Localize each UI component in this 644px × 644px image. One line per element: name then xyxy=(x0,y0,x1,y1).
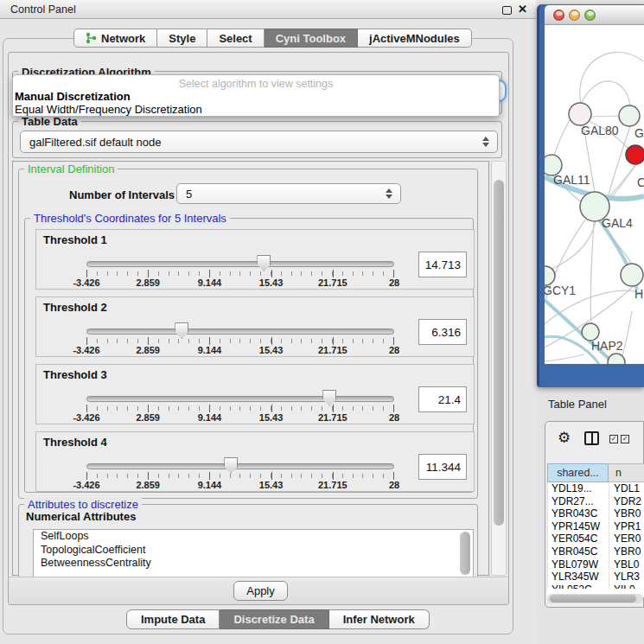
slider-track[interactable] xyxy=(86,396,394,402)
table-horizontal-scrollbar[interactable] xyxy=(547,594,643,603)
slider-major-ticks xyxy=(86,472,394,480)
settings-viewport: Interval Definition Number of Intervals … xyxy=(12,161,489,576)
numerical-attributes-label: Numerical Attributes xyxy=(26,510,136,523)
tab-network[interactable]: Network xyxy=(73,29,157,48)
table-row[interactable]: YBR045CYBR0 xyxy=(548,545,644,558)
attributes-group: Attributes to discretize Numerical Attri… xyxy=(18,504,478,578)
list-scrollbar[interactable] xyxy=(460,532,470,575)
gear-icon[interactable]: ⚙ xyxy=(558,429,571,447)
tab-impute-data[interactable]: Impute Data xyxy=(126,609,220,629)
table-panel: ⚙ ✓ ✓ shared... n YDL19...YDL1 YDR27...Y… xyxy=(545,421,644,608)
node-gal80[interactable] xyxy=(569,103,591,125)
network-canvas[interactable]: GAL80 GA C GAL11 GAL4 GCY1 H HAP2 xyxy=(545,25,644,364)
algorithm-dropdown-popup: Select algorithm to view settings Manual… xyxy=(12,74,500,117)
tab-style[interactable]: Style xyxy=(157,29,207,48)
checkbox-icon[interactable]: ✓ xyxy=(609,435,618,443)
thresholds-group: Threshold's Coordinates for 5 Intervals … xyxy=(24,218,474,493)
number-of-intervals-combobox[interactable]: 5 xyxy=(176,183,401,204)
threshold-value-field[interactable] xyxy=(418,252,467,277)
table-row[interactable]: YBL079WYBL0 xyxy=(548,558,644,571)
float-window-icon[interactable] xyxy=(502,6,512,15)
slider-axis-labels: -3.4262.8599.14415.4321.71528 xyxy=(86,480,394,491)
column-header-name[interactable]: n xyxy=(609,463,644,482)
network-window-titlebar xyxy=(545,5,644,25)
node-gcy1[interactable] xyxy=(545,266,555,285)
column-header-shared-name[interactable]: shared... xyxy=(547,463,609,482)
tab-select[interactable]: Select xyxy=(207,29,264,48)
threshold-slider[interactable]: -3.4262.8599.14415.4321.71528 xyxy=(86,432,394,493)
control-panel-titlebar: Control Panel ✕ xyxy=(0,0,536,19)
network-view-window: GAL80 GA C GAL11 GAL4 GCY1 H HAP2 xyxy=(537,4,644,387)
list-item[interactable]: TopologicalCoefficient xyxy=(34,544,473,558)
panel-title: Control Panel xyxy=(10,3,76,16)
combo-arrows-icon xyxy=(482,137,489,147)
settings-scrollbar[interactable] xyxy=(491,161,507,576)
list-item[interactable]: SelfLoops xyxy=(34,530,473,544)
threshold-slider[interactable]: -3.4262.8599.14415.4321.71528 xyxy=(86,297,394,358)
tab-infer-network[interactable]: Infer Network xyxy=(329,609,430,629)
threshold-value-field[interactable] xyxy=(418,454,467,480)
node-ga[interactable] xyxy=(619,105,640,126)
checkbox-icon[interactable]: ✓ xyxy=(621,435,629,443)
table-data-label: Table Data xyxy=(18,115,81,128)
slider-major-ticks xyxy=(86,270,394,277)
threshold-row: Threshold 1 -3.4262.8599.14415.4321.7152… xyxy=(35,229,475,290)
slider-track[interactable] xyxy=(86,261,394,267)
list-item[interactable]: BetweennessCentrality xyxy=(34,557,473,571)
node-label: H xyxy=(634,287,643,301)
node-h[interactable] xyxy=(621,264,643,286)
table-row[interactable]: YPR145WYPR1 xyxy=(548,520,644,533)
threshold-value-field[interactable] xyxy=(418,386,467,412)
dropdown-option-equal-width[interactable]: Equal Width/Frequency Discretization xyxy=(13,103,499,116)
table-row[interactable]: YBR043CYBR0 xyxy=(548,507,644,520)
table-row[interactable]: YLR345WYLR3 xyxy=(548,571,644,583)
slider-major-ticks xyxy=(86,405,394,412)
close-icon[interactable]: ✕ xyxy=(518,3,527,16)
node-red-selected[interactable] xyxy=(626,145,644,164)
tab-cyni-toolbox[interactable]: Cyni Toolbox xyxy=(265,29,358,48)
node-hap2[interactable] xyxy=(582,323,599,341)
network-graph: GAL80 GA C GAL11 GAL4 GCY1 H HAP2 xyxy=(545,25,644,364)
app-root: Control Panel ✕ Network Style Select Cyn… xyxy=(0,0,644,644)
dropdown-hint: Select algorithm to view settings xyxy=(13,78,499,90)
zoom-traffic-light-icon[interactable] xyxy=(584,10,596,21)
columns-icon[interactable] xyxy=(584,431,599,445)
number-of-intervals-label: Number of Intervals xyxy=(69,188,175,201)
interval-definition-label: Interval Definition xyxy=(24,163,118,175)
interval-definition-group: Interval Definition Number of Intervals … xyxy=(18,169,478,499)
dropdown-option-manual[interactable]: Manual Discretization xyxy=(13,90,499,103)
node-label: GAL11 xyxy=(553,173,590,187)
node-label: HAP2 xyxy=(591,339,623,353)
tab-jactivemnodules[interactable]: jActiveMNodules xyxy=(358,29,472,48)
attributes-group-label: Attributes to discretize xyxy=(24,498,142,511)
scrollbar-thumb[interactable] xyxy=(550,595,636,603)
threshold-row: Threshold 2 -3.4262.8599.14415.4321.7152… xyxy=(35,296,475,357)
scrollbar-thumb[interactable] xyxy=(494,180,504,526)
table-panel-title: Table Panel xyxy=(548,398,607,411)
node-label: GCY1 xyxy=(545,284,576,297)
table-row[interactable]: YIL052CYIL0 xyxy=(548,583,644,589)
slider-track[interactable] xyxy=(86,328,394,335)
node-table: shared... n YDL19...YDL1 YDR27...YDR2 YB… xyxy=(547,463,644,597)
threshold-slider[interactable]: -3.4262.8599.14415.4321.71528 xyxy=(86,230,394,290)
table-row[interactable]: YER054CYER0 xyxy=(548,532,644,545)
numerical-attributes-list[interactable]: SelfLoops TopologicalCoefficient Between… xyxy=(33,529,474,577)
cyni-bottom-tabs: Impute Data Discretize Data Infer Networ… xyxy=(126,609,430,629)
node-label: GAL80 xyxy=(581,124,619,137)
threshold-row: Threshold 3 -3.4262.8599.14415.4321.7152… xyxy=(35,364,475,424)
threshold-slider[interactable]: -3.4262.8599.14415.4321.71528 xyxy=(86,365,394,425)
slider-axis-labels: -3.4262.8599.14415.4321.71528 xyxy=(86,412,394,424)
tab-discretize-data[interactable]: Discretize Data xyxy=(220,609,328,629)
table-row[interactable]: YDL19...YDL1 xyxy=(548,482,644,495)
slider-track[interactable] xyxy=(86,463,394,469)
table-header-row: shared... n xyxy=(547,463,644,482)
close-traffic-light-icon[interactable] xyxy=(553,10,564,21)
slider-axis-labels: -3.4262.8599.14415.4321.71528 xyxy=(86,345,394,356)
threshold-value-field[interactable] xyxy=(418,319,467,345)
apply-button[interactable]: Apply xyxy=(233,581,288,601)
apply-row: Apply xyxy=(9,577,508,604)
table-row[interactable]: YDR27...YDR2 xyxy=(548,495,644,508)
minimize-traffic-light-icon[interactable] xyxy=(569,10,580,21)
table-data-combobox[interactable]: galFiltered.sif default node xyxy=(20,131,498,153)
control-panel-tabs: Network Style Select Cyni Toolbox jActiv… xyxy=(73,29,472,48)
